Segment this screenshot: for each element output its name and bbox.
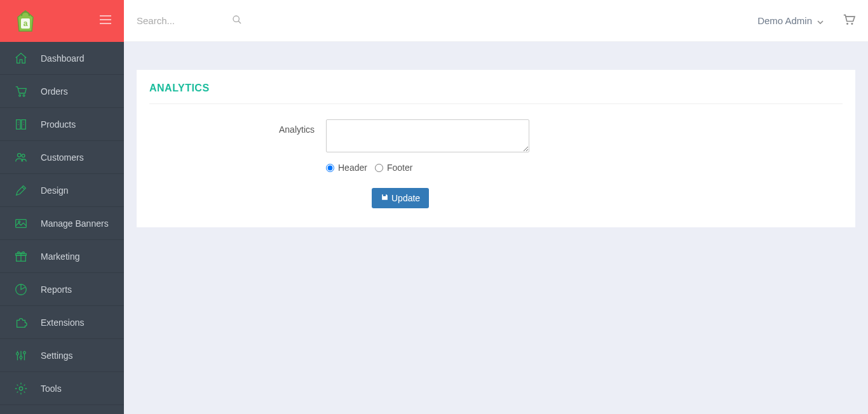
sidebar-item-orders[interactable]: Orders xyxy=(0,75,124,108)
gear-icon xyxy=(13,380,29,397)
analytics-panel: ANALYTICS Analytics Header xyxy=(137,70,855,227)
pie-chart-icon xyxy=(13,281,29,298)
sidebar-item-design[interactable]: Design xyxy=(0,174,124,207)
sidebar-item-label: Tools xyxy=(41,384,62,394)
svg-point-22 xyxy=(233,16,239,22)
update-button-label: Update xyxy=(391,193,420,203)
image-icon xyxy=(13,215,29,232)
user-area: Demo Admin xyxy=(757,14,855,28)
sidebar-header: a xyxy=(0,0,124,42)
svg-point-10 xyxy=(18,220,20,222)
analytics-textarea[interactable] xyxy=(326,119,529,152)
radio-header-label: Header xyxy=(338,163,367,173)
sidebar-item-products[interactable]: Products xyxy=(0,108,124,141)
search-input[interactable] xyxy=(137,15,226,26)
radio-footer-input[interactable] xyxy=(375,164,383,172)
puzzle-icon xyxy=(13,314,29,331)
sidebar-item-label: Extensions xyxy=(41,317,84,328)
nav-list: Dashboard Orders Products Customers xyxy=(0,42,124,405)
sidebar-item-marketing[interactable]: Marketing xyxy=(0,240,124,273)
sidebar-item-manage-banners[interactable]: Manage Banners xyxy=(0,207,124,240)
analytics-form-row: Analytics xyxy=(149,119,843,155)
update-button[interactable]: Update xyxy=(372,188,429,208)
sidebar-item-dashboard[interactable]: Dashboard xyxy=(0,42,124,75)
svg-point-18 xyxy=(17,352,19,355)
hamburger-menu-icon[interactable] xyxy=(100,15,111,27)
svg-text:a: a xyxy=(24,19,28,28)
sliders-icon xyxy=(13,347,29,364)
sidebar-item-label: Customers xyxy=(41,152,84,163)
main-area: Demo Admin ANALYTICS xyxy=(124,0,868,414)
sidebar-item-label: Reports xyxy=(41,284,72,295)
pencil-icon xyxy=(13,182,29,199)
sidebar-item-settings[interactable]: Settings xyxy=(0,339,124,372)
sidebar-item-reports[interactable]: Reports xyxy=(0,273,124,306)
topbar: Demo Admin xyxy=(124,0,868,42)
sidebar-item-tools[interactable]: Tools xyxy=(0,372,124,405)
radio-header-input[interactable] xyxy=(326,164,334,172)
sidebar-item-extensions[interactable]: Extensions xyxy=(0,306,124,339)
svg-point-7 xyxy=(18,153,22,157)
svg-point-21 xyxy=(19,387,23,391)
user-name-label: Demo Admin xyxy=(757,15,812,26)
svg-point-19 xyxy=(20,356,22,358)
sidebar-item-label: Orders xyxy=(41,86,68,97)
svg-line-23 xyxy=(238,21,241,23)
search-wrap xyxy=(137,15,757,27)
sidebar-item-label: Marketing xyxy=(41,251,79,262)
shopping-cart-icon[interactable] xyxy=(843,14,855,28)
svg-rect-9 xyxy=(16,219,27,227)
cart-icon xyxy=(13,83,29,100)
sidebar-item-label: Products xyxy=(41,119,76,130)
book-icon xyxy=(13,116,29,133)
radio-footer-label: Footer xyxy=(387,163,412,173)
svg-point-24 xyxy=(846,23,848,25)
search-icon[interactable] xyxy=(232,15,242,27)
radio-header-option[interactable]: Header xyxy=(326,163,367,173)
save-icon xyxy=(381,193,389,203)
users-icon xyxy=(13,149,29,166)
user-menu[interactable]: Demo Admin xyxy=(757,15,824,26)
svg-point-6 xyxy=(23,95,25,97)
gift-icon xyxy=(13,248,29,265)
chevron-down-icon xyxy=(817,15,824,26)
svg-point-25 xyxy=(851,23,853,25)
radio-footer-option[interactable]: Footer xyxy=(375,163,412,173)
sidebar: a Dashboard Or xyxy=(0,0,124,414)
svg-point-5 xyxy=(19,95,21,97)
svg-point-20 xyxy=(24,351,26,354)
app-logo[interactable]: a xyxy=(13,8,38,34)
sidebar-item-customers[interactable]: Customers xyxy=(0,141,124,174)
sidebar-item-label: Dashboard xyxy=(41,53,85,63)
sidebar-item-label: Settings xyxy=(41,351,73,361)
content-area: ANALYTICS Analytics Header xyxy=(124,42,868,414)
analytics-field-label: Analytics xyxy=(149,119,326,155)
home-icon xyxy=(13,50,29,67)
sidebar-item-label: Manage Banners xyxy=(41,218,109,229)
svg-point-8 xyxy=(22,154,25,157)
placement-radio-row: Header Footer xyxy=(326,163,843,173)
button-row: Update xyxy=(326,188,843,208)
panel-title: ANALYTICS xyxy=(149,83,843,104)
sidebar-item-label: Design xyxy=(41,185,69,196)
